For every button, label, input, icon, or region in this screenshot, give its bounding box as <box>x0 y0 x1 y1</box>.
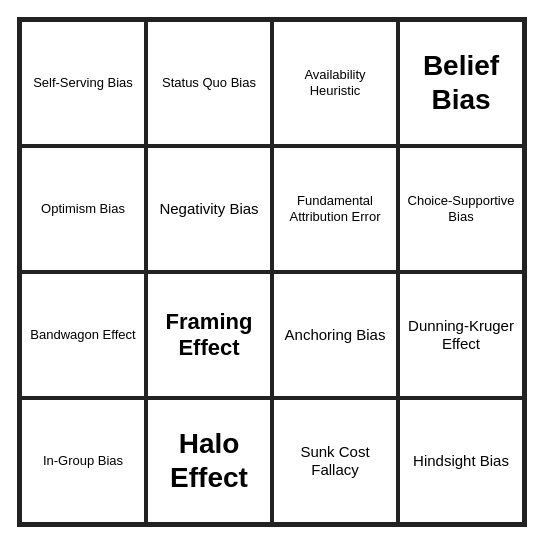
bingo-cell-10: Anchoring Bias <box>272 272 398 398</box>
bingo-cell-14: Sunk Cost Fallacy <box>272 398 398 524</box>
cell-text-3: Belief Bias <box>404 49 518 116</box>
cell-text-0: Self-Serving Bias <box>33 75 133 91</box>
bingo-cell-1: Status Quo Bias <box>146 20 272 146</box>
cell-text-14: Sunk Cost Fallacy <box>278 443 392 479</box>
bingo-cell-6: Fundamental Attribution Error <box>272 146 398 272</box>
bingo-cell-3: Belief Bias <box>398 20 524 146</box>
bingo-cell-2: Availability Heuristic <box>272 20 398 146</box>
cell-text-11: Dunning-Kruger Effect <box>404 317 518 353</box>
bingo-cell-11: Dunning-Kruger Effect <box>398 272 524 398</box>
bingo-cell-0: Self-Serving Bias <box>20 20 146 146</box>
cell-text-5: Negativity Bias <box>159 200 258 218</box>
cell-text-2: Availability Heuristic <box>278 67 392 98</box>
cell-text-13: Halo Effect <box>152 427 266 494</box>
cell-text-9: Framing Effect <box>152 309 266 362</box>
cell-text-15: Hindsight Bias <box>413 452 509 470</box>
cell-text-6: Fundamental Attribution Error <box>278 193 392 224</box>
bingo-cell-5: Negativity Bias <box>146 146 272 272</box>
bingo-cell-7: Choice-Supportive Bias <box>398 146 524 272</box>
cell-text-8: Bandwagon Effect <box>30 327 135 343</box>
cell-text-4: Optimism Bias <box>41 201 125 217</box>
bingo-cell-12: In-Group Bias <box>20 398 146 524</box>
cell-text-1: Status Quo Bias <box>162 75 256 91</box>
bingo-cell-9: Framing Effect <box>146 272 272 398</box>
bingo-cell-13: Halo Effect <box>146 398 272 524</box>
cell-text-10: Anchoring Bias <box>285 326 386 344</box>
cell-text-7: Choice-Supportive Bias <box>404 193 518 224</box>
bingo-grid: Self-Serving BiasStatus Quo BiasAvailabi… <box>17 17 527 527</box>
cell-text-12: In-Group Bias <box>43 453 123 469</box>
bingo-cell-8: Bandwagon Effect <box>20 272 146 398</box>
bingo-cell-4: Optimism Bias <box>20 146 146 272</box>
bingo-cell-15: Hindsight Bias <box>398 398 524 524</box>
